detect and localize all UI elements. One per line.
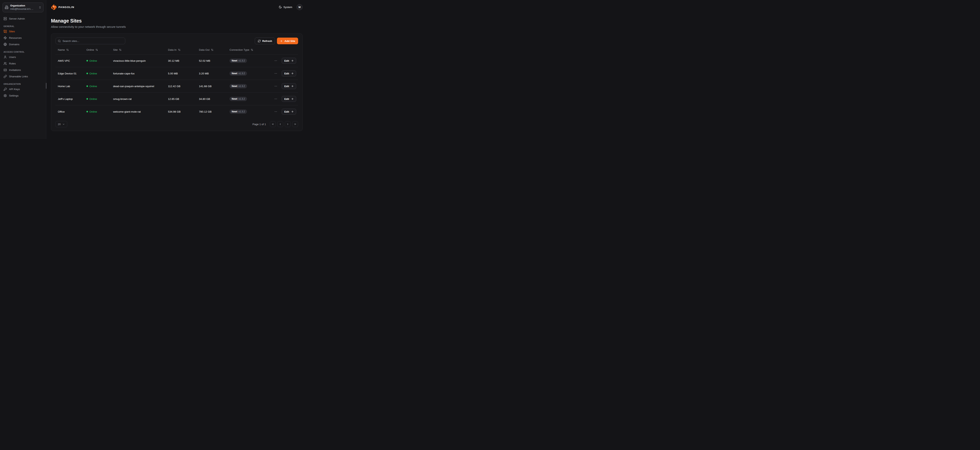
cell-site: smug-brown-rat [113,93,168,105]
sidebar: Organization milo@fossorial.io's ... Ser… [0,0,46,139]
sort-icon [211,49,213,51]
arrow-right-icon [291,72,294,75]
search-box [56,38,125,44]
table-row: Edge Device 01 Online fortunate-cape-fox… [56,67,298,80]
column-header-name[interactable]: Name [58,48,69,51]
edit-button[interactable]: Edit [282,70,296,76]
sidebar-item-settings[interactable]: Settings [3,92,43,99]
org-picker-value: milo@fossorial.io's ... [10,8,37,11]
user-icon [3,55,7,59]
sidebar-item-roles[interactable]: Roles [3,60,43,67]
refresh-button[interactable]: Refresh [255,38,275,44]
column-header-data-out[interactable]: Data Out [199,48,213,51]
sites-card: Refresh Add Site N [51,33,302,131]
last-page-button[interactable] [292,121,298,127]
online-status-label: Online [89,110,97,113]
next-page-button[interactable] [285,121,291,127]
avatar[interactable]: M [296,4,302,10]
server-icon [3,17,7,21]
sidebar-item-server-admin[interactable]: Server Admin [3,16,43,22]
chevron-right-icon [286,123,289,125]
org-picker[interactable]: Organization milo@fossorial.io's ... [3,3,43,12]
table-row: Office Online welcome-giant-mole-rat 534… [56,105,298,118]
prev-page-button[interactable] [277,121,283,127]
add-site-button[interactable]: Add Site [277,38,298,44]
online-status-label: Online [89,59,97,62]
column-header-site[interactable]: Site [113,48,121,51]
online-status-dot [86,86,88,87]
sidebar-scrollbar[interactable] [46,83,46,89]
ellipsis-icon [274,97,277,100]
search-input[interactable] [62,40,123,43]
sort-icon [178,49,180,51]
row-menu-button[interactable] [274,109,278,114]
sidebar-item-sites[interactable]: Sites [3,28,43,35]
arrow-right-icon [291,85,294,87]
sidebar-item-label: Server Admin [9,17,25,20]
waypoints-icon [3,36,7,40]
cell-connection-type: Newt v1.3.2 [229,80,268,93]
cell-data-in: 112.42 GB [168,80,199,93]
first-page-button[interactable] [270,121,276,127]
row-menu-button[interactable] [274,71,278,76]
theme-toggle[interactable]: System [279,5,292,9]
row-menu-button[interactable] [274,84,278,89]
cell-site: vivacious-little-blue-penguin [113,54,168,67]
edit-button[interactable]: Edit [282,109,296,114]
page-subtitle: Allow connectivity to your network throu… [51,25,302,29]
sidebar-item-shareable-links[interactable]: Shareable Links [3,73,43,80]
cell-site: fortunate-cape-fox [113,67,168,80]
cell-data-out: 780.12 GB [199,105,229,118]
cell-data-in: 12.65 GB [168,93,199,105]
cell-data-in: 30.12 MB [168,54,199,67]
pagination: Page 1 of 1 [253,121,298,127]
page-info: Page 1 of 1 [253,123,266,126]
chevrons-up-down-icon [38,6,41,9]
sort-icon [95,49,98,51]
edit-button[interactable]: Edit [282,96,296,102]
refresh-icon [258,40,261,43]
sidebar-item-invitations[interactable]: Invitations [3,67,43,73]
row-menu-button[interactable] [274,97,278,101]
sidebar-item-label: Sites [9,30,15,33]
sidebar-item-label: Domains [9,43,19,46]
online-status-dot [86,98,88,100]
column-header-online[interactable]: Online [86,48,98,51]
ticket-check-icon [3,68,7,72]
chevron-down-icon [62,123,65,125]
gear-icon [3,94,7,97]
table-header-row: Name Online Site Data In Data Out Connec… [56,46,298,54]
page-head: Manage Sites Allow connectivity to your … [51,18,302,29]
cell-data-in: 5.00 MB [168,67,199,80]
cell-connection-type: Newt v1.3.2 [229,105,268,118]
cell-name: AWS VPC [56,54,86,67]
card-toolbar: Refresh Add Site [56,38,298,44]
column-header-data-in[interactable]: Data In [168,48,180,51]
link-icon [3,75,7,78]
sidebar-item-resources[interactable]: Resources [3,35,43,41]
connection-badge: Newt v1.3.2 [229,109,247,114]
connection-badge: Newt v1.3.2 [229,71,247,76]
sidebar-item-label: Invitations [9,68,21,71]
sort-icon [66,49,69,51]
cell-actions: Edit [268,105,298,118]
sidebar-item-api-keys[interactable]: API Keys [3,86,43,92]
cell-actions: Edit [268,54,298,67]
page-size-select[interactable]: 20 [56,121,67,127]
edit-button[interactable]: Edit [282,83,296,89]
column-header-connection-type[interactable]: Connection Type [229,48,253,51]
sidebar-section-organization: ORGANIZATION [3,83,43,85]
sidebar-item-domains[interactable]: Domains [3,41,43,48]
online-status-dot [86,73,88,74]
sidebar-item-users[interactable]: Users [3,54,43,60]
sidebar-item-label: Roles [9,62,16,65]
building-icon [5,5,8,9]
cell-data-in: 534.98 GB [168,105,199,118]
edit-button[interactable]: Edit [282,58,296,63]
topbar: PANGOLIN System M [51,0,302,14]
ellipsis-icon [274,72,277,75]
row-menu-button[interactable] [274,59,278,63]
ellipsis-icon [274,59,277,62]
sidebar-item-label: Shareable Links [9,75,28,78]
cell-connection-type: Newt v1.3.2 [229,54,268,67]
